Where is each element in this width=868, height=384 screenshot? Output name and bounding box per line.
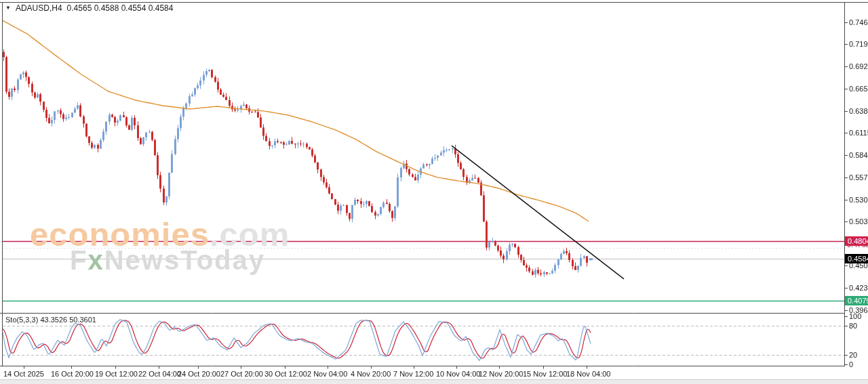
time-tick-label: 27 Oct 20:00	[220, 370, 263, 378]
price-tick-label: 0.6115	[849, 129, 868, 137]
time-tick-label: 4 Nov 20:00	[351, 370, 391, 378]
watermark-fxnewstoday: FxNewsToday	[70, 245, 265, 276]
time-tick-label: 18 Nov 04:00	[566, 370, 610, 378]
price-tick-label-clipped: 0.4765	[847, 246, 868, 249]
price-tick-label: 0.7195	[849, 40, 868, 48]
time-tick-label: 7 Nov 12:00	[393, 370, 433, 378]
price-badge-0.4079: 0.4079	[845, 296, 868, 305]
time-tick-label: 2 Nov 04:00	[307, 370, 347, 378]
time-tick-label: 16 Oct 20:00	[51, 370, 94, 378]
indicator-scale-label: 100	[849, 312, 861, 320]
time-tick-label: 19 Oct 12:00	[95, 370, 138, 378]
price-tick-label: 0.6655	[849, 85, 868, 93]
ohlc-values: 0.4565 0.4588 0.4554 0.4584	[67, 3, 174, 13]
indicator-scale-label: 0	[849, 360, 853, 368]
price-tick-label: 0.7460	[849, 18, 868, 26]
time-tick-label: 15 Nov 12:00	[523, 370, 567, 378]
price-tick-label: 0.6385	[849, 107, 868, 115]
price-tick-label: 0.5845	[849, 151, 868, 159]
chart-canvas[interactable]	[0, 0, 868, 384]
price-tick-label: 0.5035	[849, 217, 868, 226]
time-tick-label: 10 Nov 04:00	[436, 370, 480, 378]
price-tick-label: 0.6925	[849, 62, 868, 70]
price-tick-label: 0.4230	[849, 284, 868, 292]
stochastic-name: Sto(5,3,3)	[5, 316, 38, 324]
stochastic-d-value: 50.3601	[69, 316, 96, 324]
price-tick-label: 0.5575	[849, 173, 868, 182]
chart-title-bar: ▼ ADAUSD,H4 0.4565 0.4588 0.4554 0.4584	[5, 3, 173, 13]
window-bottom-strip	[0, 379, 868, 384]
price-badge-0.4584: 0.4584	[845, 254, 868, 263]
indicator-scale-label: 80	[849, 322, 857, 330]
time-tick-label: 14 Oct 2025	[3, 370, 44, 378]
indicator-scale-label: 20	[849, 351, 857, 359]
time-tick-label: 22 Oct 04:00	[138, 370, 181, 378]
time-tick-label: 24 Oct 20:00	[178, 370, 220, 378]
symbol-period-label: ADAUSD,H4	[16, 3, 62, 13]
price-tick-label: 0.5305	[849, 196, 868, 204]
ohlc-toggle-icon[interactable]: ▼	[5, 4, 11, 12]
stochastic-k-value: 43.3526	[40, 316, 67, 324]
time-tick-label: 12 Nov 20:00	[479, 370, 523, 378]
chart-window: ▼ ADAUSD,H4 0.4565 0.4588 0.4554 0.4584 …	[0, 0, 868, 384]
stochastic-label: Sto(5,3,3) 43.3526 50.3601	[5, 316, 96, 324]
price-badge-0.4804: 0.4804	[845, 236, 868, 246]
time-tick-label: 30 Oct 12:00	[264, 370, 307, 378]
